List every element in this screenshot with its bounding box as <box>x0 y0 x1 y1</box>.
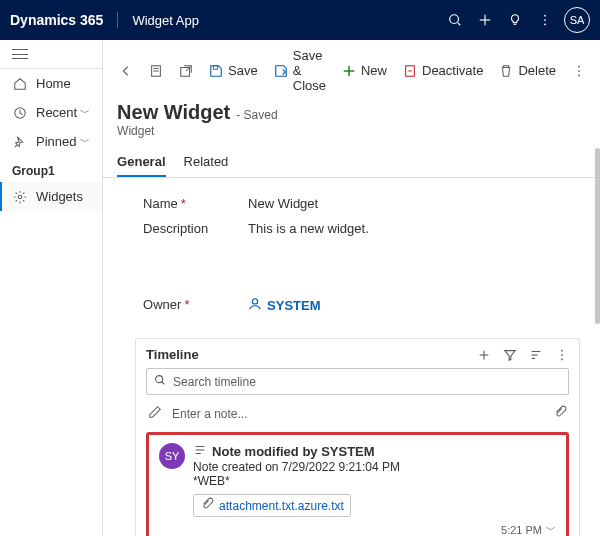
attachment-icon[interactable] <box>553 405 567 422</box>
field-label-owner: Owner <box>143 297 181 312</box>
cmd-label: Deactivate <box>422 63 483 78</box>
required-indicator: * <box>181 196 186 211</box>
timeline-search-input[interactable]: Search timeline <box>146 368 569 395</box>
add-icon[interactable] <box>470 0 500 40</box>
hamburger-icon[interactable] <box>12 48 28 60</box>
sidebar-group-label: Group1 <box>0 156 102 182</box>
owner-field[interactable]: SYSTEM <box>248 297 320 314</box>
entity-name-label: Widget <box>117 124 586 138</box>
svg-line-1 <box>458 23 461 26</box>
timeline-note-item[interactable]: SY Note modified by SYSTEM Note created … <box>146 432 569 536</box>
svg-point-29 <box>561 354 563 356</box>
sidebar-item-recent[interactable]: Recent ﹀ <box>0 98 102 127</box>
saved-indicator: - Saved <box>236 108 277 122</box>
svg-point-5 <box>544 15 546 17</box>
brand-label: Dynamics 365 <box>10 12 118 28</box>
note-attachment-link[interactable]: attachment.txt.azure.txt <box>193 494 351 517</box>
form-icon <box>149 64 163 78</box>
edit-icon[interactable] <box>148 405 162 422</box>
more-commands-button[interactable] <box>566 60 592 82</box>
delete-button[interactable]: Delete <box>493 59 562 82</box>
app-name-label: Widget App <box>118 13 199 28</box>
scrollbar[interactable] <box>595 148 600 324</box>
sidebar-label: Widgets <box>36 189 83 204</box>
person-icon <box>248 297 262 314</box>
chevron-down-icon[interactable]: ﹀ <box>546 523 556 536</box>
sidebar-label: Recent <box>36 105 77 120</box>
svg-point-0 <box>450 15 459 24</box>
svg-point-6 <box>544 19 546 21</box>
svg-point-28 <box>561 349 563 351</box>
note-body-text: *WEB* <box>193 474 556 488</box>
sidebar-label: Pinned <box>36 134 76 149</box>
svg-point-21 <box>578 74 580 76</box>
owner-value: SYSTEM <box>267 298 320 313</box>
cmd-label: Delete <box>518 63 556 78</box>
user-avatar[interactable]: SA <box>564 7 590 33</box>
chevron-down-icon: ﹀ <box>80 106 90 120</box>
cmd-label: New <box>361 63 387 78</box>
page-title: New Widget <box>117 101 230 124</box>
more-vertical-icon[interactable] <box>530 0 560 40</box>
save-icon <box>209 64 223 78</box>
global-topbar: Dynamics 365 Widget App SA <box>0 0 600 40</box>
home-icon <box>12 77 28 91</box>
deactivate-icon <box>403 64 417 78</box>
new-button[interactable]: New <box>336 59 393 82</box>
svg-point-22 <box>252 299 257 304</box>
cmd-label: Save & Close <box>293 48 326 93</box>
sidebar-item-widgets[interactable]: Widgets <box>0 182 102 211</box>
arrow-left-icon <box>119 64 133 78</box>
pin-icon <box>12 135 28 149</box>
name-field[interactable]: New Widget <box>248 196 318 211</box>
clock-icon <box>12 106 28 120</box>
note-title-text: Note modified by SYSTEM <box>212 444 375 459</box>
timeline-more-button[interactable] <box>555 348 569 362</box>
timeline-section: Timeline Search timeline Enter a note...… <box>135 338 580 536</box>
command-bar: Save Save & Close New Deactivate Delete <box>103 40 600 101</box>
save-close-button[interactable]: Save & Close <box>268 44 332 97</box>
field-label-description: Description <box>143 221 208 236</box>
svg-point-7 <box>544 24 546 26</box>
timeline-sort-button[interactable] <box>529 348 543 362</box>
description-field[interactable]: This is a new widget. <box>248 221 369 236</box>
note-compose-input[interactable]: Enter a note... <box>172 407 543 421</box>
svg-point-9 <box>18 195 22 199</box>
note-timestamp: 5:21 PM <box>501 524 542 536</box>
deactivate-button[interactable]: Deactivate <box>397 59 489 82</box>
plus-icon <box>342 64 356 78</box>
cmd-label: Save <box>228 63 258 78</box>
attachment-filename: attachment.txt.azure.txt <box>219 499 344 513</box>
sidebar-label: Home <box>36 76 71 91</box>
popout-icon <box>179 64 193 78</box>
gear-icon <box>12 190 28 204</box>
timeline-add-button[interactable] <box>477 348 491 362</box>
svg-point-31 <box>156 376 163 383</box>
note-type-icon <box>193 443 207 460</box>
timeline-filter-button[interactable] <box>503 348 517 362</box>
timeline-title: Timeline <box>146 347 199 362</box>
search-placeholder: Search timeline <box>173 375 256 389</box>
lightbulb-icon[interactable] <box>500 0 530 40</box>
search-icon[interactable] <box>440 0 470 40</box>
save-close-icon <box>274 64 288 78</box>
svg-point-30 <box>561 358 563 360</box>
sidebar-item-pinned[interactable]: Pinned ﹀ <box>0 127 102 156</box>
field-label-name: Name <box>143 196 178 211</box>
chevron-down-icon: ﹀ <box>80 135 90 149</box>
open-new-window-button[interactable] <box>173 60 199 82</box>
form-selector-button[interactable] <box>143 60 169 82</box>
required-indicator: * <box>184 297 189 312</box>
back-button[interactable] <box>113 60 139 82</box>
trash-icon <box>499 64 513 78</box>
sidebar: Home Recent ﹀ Pinned ﹀ Group1 Widgets <box>0 40 103 536</box>
save-button[interactable]: Save <box>203 59 264 82</box>
attachment-icon <box>200 497 214 514</box>
svg-line-32 <box>162 382 165 385</box>
sidebar-item-home[interactable]: Home <box>0 69 102 98</box>
note-author-avatar: SY <box>159 443 185 469</box>
search-icon <box>153 373 167 390</box>
svg-point-20 <box>578 70 580 72</box>
tab-related[interactable]: Related <box>184 154 229 177</box>
tab-general[interactable]: General <box>117 154 165 177</box>
